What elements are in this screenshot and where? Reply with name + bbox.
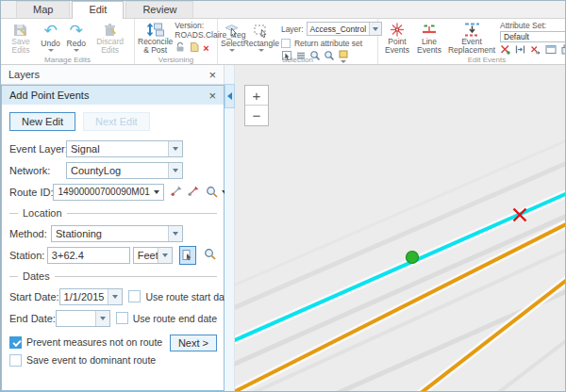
line-events-icon [421,22,438,38]
group-manage-edits: Save Edits ↶ Undo ↷ Redo Discard Edits M… [1,19,135,64]
network-label: Network: [9,165,66,176]
map-canvas[interactable] [225,65,565,391]
layer-label: Layer: [281,24,304,34]
redo-icon: ↷ [70,22,83,40]
pick-route-icon[interactable] [187,185,200,199]
event-layer-dropdown-arrow[interactable] [168,141,182,156]
collapse-arrow-icon [227,92,232,100]
zoom-in-button[interactable]: + [245,86,268,106]
group-label-selection: Selection [218,56,377,64]
next-button[interactable]: Next > [170,335,217,351]
select-button[interactable]: Select [221,20,243,55]
use-route-start-date-checkbox[interactable] [128,290,141,302]
use-route-start-date-label: Use route start date [145,291,232,302]
network-dropdown[interactable]: CountyLog [66,162,183,179]
next-edit-button[interactable]: Next Edit [83,112,150,131]
layers-panel-title: Layers [8,69,208,80]
station-unit-dropdown[interactable]: Feet [133,247,173,264]
layers-panel-header: Layers × [1,65,225,85]
redo-button[interactable]: ↷ Redo [63,20,89,55]
zoom-to-station-icon[interactable] [204,248,217,262]
redo-dropdown-caret[interactable] [74,49,79,52]
new-version-icon[interactable] [189,41,200,55]
point-events-button[interactable]: Point Events [381,20,413,55]
delete-version-icon[interactable]: × [203,43,208,53]
start-date-label: Start Date: [9,291,59,302]
station-input[interactable]: 3+62.4 [47,247,130,264]
pane-collapse-tab[interactable] [225,84,235,108]
route-id-combobox[interactable]: 14900000700090M01 [53,184,163,201]
pick-station-tool-button[interactable] [179,246,196,265]
undo-icon: ↶ [43,22,57,40]
start-date-dropdown-arrow[interactable] [108,289,122,304]
station-label: Station: [9,250,47,261]
event-layer-dropdown[interactable]: Signal [66,140,183,157]
end-date-label: End Date: [9,313,56,324]
rectangle-dropdown-caret[interactable] [258,49,264,52]
undo-button[interactable]: ↶ Undo [38,20,63,55]
method-label: Method: [9,228,51,239]
save-icon [12,22,28,38]
route-id-label: Route ID: [9,187,53,198]
route-id-dropdown-arrow[interactable] [150,185,163,200]
event-layer-label: Event Layer: [9,143,66,155]
start-date-dropdown[interactable]: 1/1/2015 [59,288,124,305]
location-section-title: Location [23,207,62,219]
point-events-icon [389,22,406,38]
add-point-events-close-icon[interactable]: × [208,90,216,102]
group-label-edit-events: Edit Events [378,56,566,64]
add-point-events-title: Add Point Events [9,90,208,101]
unlock-icon[interactable] [175,41,186,55]
network-dropdown-arrow[interactable] [168,163,182,178]
line-events-button[interactable]: Line Events [413,20,445,55]
attribute-set-panel: Attribute Set: Default [498,20,566,55]
attribute-set-label: Attribute Set: [500,21,566,30]
station-unit-dropdown-arrow[interactable] [158,248,172,263]
group-selection: Select Rectangle Layer: Access_Control R… [218,19,378,64]
use-route-end-date-checkbox[interactable] [116,312,128,324]
rectangle-select-icon [253,22,269,40]
tab-map[interactable]: Map [16,1,70,18]
map-view[interactable]: + − [225,65,565,391]
group-versioning: Reconcile & Post Version: ROADS.Claire_R… [135,19,218,64]
return-attribute-label: Return attribute set [294,39,362,48]
add-point-events-body: New Edit Next Edit Event Layer: Signal N… [2,105,224,390]
end-date-dropdown[interactable] [56,310,110,327]
group-label-versioning: Versioning [135,56,217,64]
location-section-divider: Location [9,207,217,219]
dates-section-divider: Dates [9,270,217,282]
event-replacement-button[interactable]: Event Replacement [445,20,498,55]
map-zoom-control: + − [244,85,269,126]
layer-dropdown[interactable]: Access_Control [307,22,383,36]
layers-close-icon[interactable]: × [208,69,216,81]
method-dropdown[interactable]: Stationing [51,225,183,242]
prevent-measures-checkbox[interactable] [9,336,22,349]
add-point-events-header: Add Point Events × [2,86,224,105]
tab-review[interactable]: Review [125,1,193,18]
save-dominant-route-label: Save event to dominant route [26,354,156,366]
tab-edit[interactable]: Edit [72,1,124,19]
group-label-manage-edits: Manage Edits [1,56,134,64]
pane-edge-strip [225,65,235,391]
ribbon-tab-strip: Map Edit Review [1,1,565,19]
rectangle-button[interactable]: Rectangle [243,20,279,55]
return-attribute-checkbox[interactable] [281,39,291,48]
save-dominant-route-checkbox[interactable] [9,354,22,367]
select-route-icon[interactable] [170,185,183,199]
end-date-dropdown-arrow[interactable] [95,311,109,326]
left-pane: Layers × Add Point Events × New Edit Nex… [1,65,225,391]
reconcile-post-button[interactable]: Reconcile & Post [138,20,173,55]
use-route-end-date-label: Use route end date [133,313,217,324]
trash-icon [102,22,118,38]
discard-edits-button[interactable]: Discard Edits [89,20,131,55]
new-edit-button[interactable]: New Edit [9,112,75,131]
dates-section-title: Dates [23,270,50,282]
save-edits-button[interactable]: Save Edits [4,20,38,55]
method-dropdown-arrow[interactable] [168,226,182,241]
undo-dropdown-caret[interactable] [48,49,54,52]
attribute-set-dropdown[interactable]: Default [500,31,566,42]
group-edit-events: Point Events Line Events Event Replaceme… [378,19,566,64]
select-dropdown-caret[interactable] [229,49,235,52]
zoom-out-button[interactable]: − [245,106,268,125]
select-cursor-icon [224,22,240,40]
